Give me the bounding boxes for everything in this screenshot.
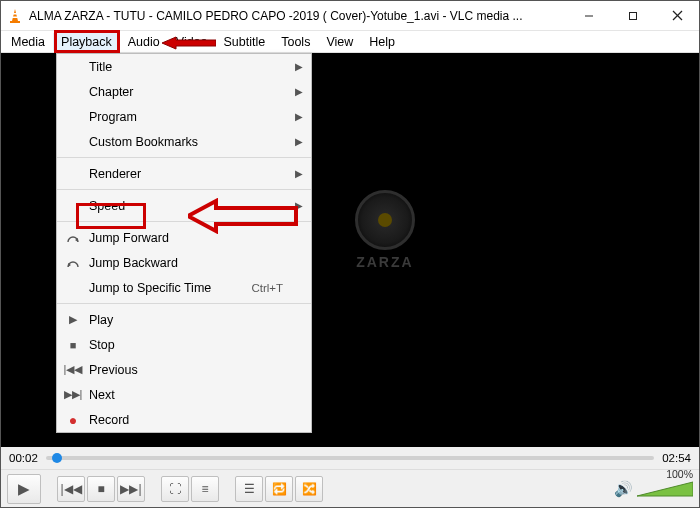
svg-marker-8 [162, 37, 216, 49]
menu-media[interactable]: Media [3, 33, 53, 51]
annotation-arrow-speed [188, 198, 298, 234]
dropdown-separator [57, 189, 311, 190]
maximize-button[interactable] [611, 1, 655, 30]
playlist-icon: ☰ [244, 482, 255, 496]
volume-percent: 100% [666, 468, 693, 480]
dropdown-separator [57, 303, 311, 304]
play-button[interactable]: ▶ [7, 474, 41, 504]
jump-backward-icon [63, 257, 83, 269]
jump-forward-icon [63, 232, 83, 244]
dropdown-jumpspec-label: Jump to Specific Time [83, 281, 251, 295]
seek-knob[interactable] [52, 453, 62, 463]
menu-audio[interactable]: Audio [120, 33, 168, 51]
dropdown-jump-backward[interactable]: Jump Backward [57, 250, 311, 275]
fullscreen-button[interactable]: ⛶ [161, 476, 189, 502]
loop-button[interactable]: 🔁 [265, 476, 293, 502]
stop-icon: ■ [97, 482, 104, 496]
stop-button[interactable]: ■ [87, 476, 115, 502]
dropdown-previous[interactable]: |◀◀ Previous [57, 357, 311, 382]
loop-icon: 🔁 [272, 482, 287, 496]
svg-rect-5 [630, 12, 637, 19]
dropdown-separator [57, 157, 311, 158]
svg-rect-1 [13, 13, 18, 15]
logo-text: ZARZA [355, 254, 415, 270]
seek-track[interactable] [46, 456, 654, 460]
submenu-arrow-icon: ▶ [293, 136, 303, 147]
skip-forward-icon: ▶▶| [120, 482, 141, 496]
dropdown-chapter-label: Chapter [83, 85, 293, 99]
previous-icon: |◀◀ [63, 363, 83, 376]
speaker-icon[interactable]: 🔊 [614, 480, 633, 498]
playlist-group: ☰ 🔁 🔀 [235, 476, 323, 502]
video-overlay-logo: ZARZA [355, 190, 415, 270]
vlc-window: ALMA ZARZA - TUTU - CAMILO PEDRO CAPO -2… [0, 0, 700, 508]
dropdown-bookmarks-label: Custom Bookmarks [83, 135, 293, 149]
dropdown-program[interactable]: Program ▶ [57, 104, 311, 129]
seek-bar: 00:02 02:54 [1, 447, 699, 469]
dropdown-record-label: Record [83, 413, 293, 427]
dropdown-title[interactable]: Title ▶ [57, 54, 311, 79]
volume-area: 🔊 100% [614, 480, 693, 498]
view-group: ⛶ ≡ [161, 476, 219, 502]
svg-marker-0 [12, 9, 18, 21]
controls-bar: ▶ |◀◀ ■ ▶▶| ⛶ ≡ ☰ 🔁 🔀 🔊 100% [1, 469, 699, 507]
menu-playback[interactable]: Playback [53, 33, 120, 51]
svg-marker-13 [637, 482, 693, 496]
sliders-icon: ≡ [201, 482, 208, 496]
menu-view[interactable]: View [318, 33, 361, 51]
dropdown-prev-label: Previous [83, 363, 293, 377]
minimize-button[interactable] [567, 1, 611, 30]
time-total[interactable]: 02:54 [662, 452, 691, 464]
transport-group: |◀◀ ■ ▶▶| [57, 476, 145, 502]
play-icon: ▶ [63, 313, 83, 326]
dropdown-play-label: Play [83, 313, 293, 327]
menu-help[interactable]: Help [361, 33, 403, 51]
dropdown-title-label: Title [83, 60, 293, 74]
svg-rect-3 [10, 21, 20, 23]
fullscreen-icon: ⛶ [169, 482, 181, 496]
submenu-arrow-icon: ▶ [293, 86, 303, 97]
minimize-icon [584, 11, 594, 21]
submenu-arrow-icon: ▶ [293, 168, 303, 179]
close-button[interactable] [655, 1, 699, 30]
dropdown-program-label: Program [83, 110, 293, 124]
disc-icon [355, 190, 415, 250]
window-buttons [567, 1, 699, 30]
dropdown-custom-bookmarks[interactable]: Custom Bookmarks ▶ [57, 129, 311, 154]
skip-forward-button[interactable]: ▶▶| [117, 476, 145, 502]
close-icon [672, 10, 683, 21]
menu-subtitle[interactable]: Subtitle [216, 33, 274, 51]
record-icon: ● [63, 412, 83, 428]
dropdown-stop-label: Stop [83, 338, 293, 352]
shuffle-button[interactable]: 🔀 [295, 476, 323, 502]
dropdown-stop[interactable]: ■ Stop [57, 332, 311, 357]
maximize-icon [628, 11, 638, 21]
play-icon: ▶ [18, 480, 30, 498]
dropdown-renderer[interactable]: Renderer ▶ [57, 161, 311, 186]
vlc-cone-icon [7, 8, 23, 24]
svg-rect-2 [12, 16, 18, 18]
dropdown-next[interactable]: ▶▶| Next [57, 382, 311, 407]
submenu-arrow-icon: ▶ [293, 61, 303, 72]
dropdown-record[interactable]: ● Record [57, 407, 311, 432]
dropdown-next-label: Next [83, 388, 293, 402]
extended-settings-button[interactable]: ≡ [191, 476, 219, 502]
menubar: Media Playback Audio Video Subtitle Tool… [1, 31, 699, 53]
skip-back-button[interactable]: |◀◀ [57, 476, 85, 502]
skip-back-icon: |◀◀ [60, 482, 81, 496]
playlist-button[interactable]: ☰ [235, 476, 263, 502]
dropdown-jumpback-label: Jump Backward [83, 256, 293, 270]
volume-slider[interactable]: 100% [637, 480, 693, 498]
shuffle-icon: 🔀 [302, 482, 317, 496]
playback-dropdown: Title ▶ Chapter ▶ Program ▶ Custom Bookm… [56, 53, 312, 433]
menu-tools[interactable]: Tools [273, 33, 318, 51]
dropdown-play[interactable]: ▶ Play [57, 307, 311, 332]
next-icon: ▶▶| [63, 388, 83, 401]
annotation-arrow-top [162, 35, 216, 51]
stop-icon: ■ [63, 339, 83, 351]
dropdown-chapter[interactable]: Chapter ▶ [57, 79, 311, 104]
dropdown-jump-specific[interactable]: Jump to Specific Time Ctrl+T [57, 275, 311, 300]
dropdown-renderer-label: Renderer [83, 167, 293, 181]
dropdown-jumpspec-accel: Ctrl+T [251, 282, 293, 294]
time-elapsed[interactable]: 00:02 [9, 452, 38, 464]
